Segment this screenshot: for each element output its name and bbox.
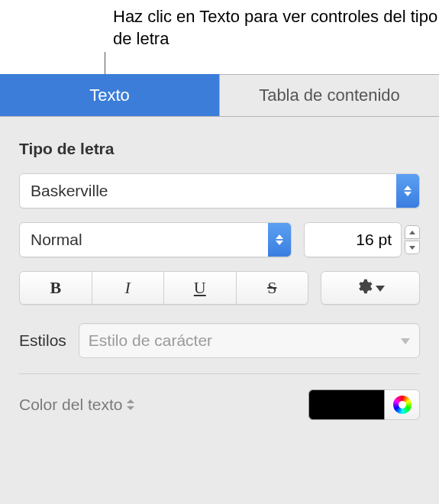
- color-wheel-button[interactable]: [385, 389, 420, 420]
- svg-marker-8: [127, 399, 134, 403]
- styles-label: Estilos: [19, 331, 66, 350]
- text-color-label: Color del texto: [19, 396, 122, 414]
- updown-tiny-icon: [127, 396, 134, 414]
- svg-marker-4: [409, 231, 415, 234]
- tab-bar: Texto Tabla de contenido: [0, 74, 439, 117]
- inspector-content: Tipo de letra Baskerville Normal 16 pt: [0, 117, 439, 504]
- color-control-group: [308, 389, 420, 420]
- font-family-select[interactable]: Baskerville: [19, 173, 420, 208]
- svg-marker-2: [276, 234, 283, 239]
- svg-marker-9: [127, 406, 134, 410]
- svg-marker-0: [404, 186, 412, 190]
- color-wheel-icon: [393, 396, 412, 414]
- svg-marker-5: [409, 246, 415, 250]
- strikethrough-button[interactable]: S: [237, 272, 308, 304]
- divider: [19, 373, 420, 374]
- tab-toc-label: Tabla de contenido: [259, 86, 400, 105]
- text-style-segmented: B I U S: [19, 271, 308, 305]
- tab-text[interactable]: Texto: [0, 74, 220, 116]
- color-swatch-button[interactable]: [308, 389, 385, 420]
- tab-toc[interactable]: Tabla de contenido: [220, 74, 439, 116]
- font-family-value: Baskerville: [20, 182, 396, 200]
- font-size-input[interactable]: 16 pt: [304, 222, 402, 257]
- font-size-group: 16 pt: [304, 222, 420, 257]
- updown-arrows-icon: [268, 223, 291, 257]
- underline-button[interactable]: U: [164, 272, 237, 304]
- updown-arrows-icon: [396, 174, 419, 208]
- font-size-value: 16 pt: [356, 231, 392, 249]
- inspector-panel: Texto Tabla de contenido Tipo de letra B…: [0, 74, 439, 504]
- chevron-down-icon: [376, 281, 385, 295]
- chevron-down-icon: [401, 334, 410, 347]
- svg-marker-3: [276, 241, 283, 245]
- stepper-down-button[interactable]: [405, 241, 420, 254]
- advanced-options-button[interactable]: [321, 271, 420, 305]
- text-color-popup[interactable]: Color del texto: [19, 396, 134, 414]
- font-weight-value: Normal: [20, 231, 268, 249]
- character-style-select[interactable]: Estilo de carácter: [79, 323, 420, 358]
- font-size-stepper: [405, 225, 420, 254]
- bold-button[interactable]: B: [20, 272, 92, 304]
- callout-text: Haz clic en Texto para ver controles del…: [113, 6, 439, 50]
- svg-marker-1: [404, 192, 412, 196]
- gear-icon: [356, 278, 373, 298]
- svg-marker-6: [376, 286, 385, 292]
- svg-marker-7: [401, 338, 410, 344]
- stepper-up-button[interactable]: [405, 225, 420, 239]
- italic-button[interactable]: I: [92, 272, 165, 304]
- character-style-placeholder: Estilo de carácter: [89, 331, 401, 350]
- font-weight-select[interactable]: Normal: [19, 222, 292, 257]
- font-section-header: Tipo de letra: [19, 140, 420, 158]
- tab-text-label: Texto: [89, 86, 130, 105]
